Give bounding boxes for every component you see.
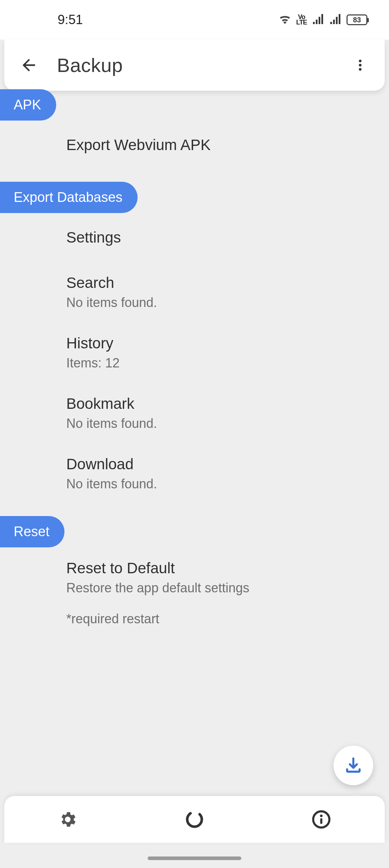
svg-point-1 (359, 64, 361, 66)
status-indicators: VoLTE 83 (279, 12, 367, 27)
item-subtitle: No items found. (66, 295, 375, 310)
volte-icon: VoLTE (296, 14, 307, 26)
item-title: Search (66, 274, 375, 291)
item-settings[interactable]: Settings (0, 213, 389, 262)
more-vert-icon (353, 58, 367, 72)
back-button[interactable] (14, 51, 43, 80)
arrow-left-icon (19, 56, 38, 74)
item-title: Bookmark (66, 395, 375, 412)
chip-reset: Reset (0, 516, 64, 547)
signal-icon-1 (312, 12, 324, 27)
info-icon (312, 810, 331, 829)
section-reset: Reset Reset to Default Restore the app d… (0, 512, 389, 634)
content-area: APK Export Webvium APK Export Databases … (0, 91, 389, 706)
item-subtitle: Restore the app default settings (66, 580, 375, 596)
progress-circle-icon (185, 810, 204, 829)
wifi-icon (279, 12, 291, 27)
download-icon (344, 756, 363, 775)
overflow-menu-button[interactable] (346, 51, 375, 80)
svg-point-0 (359, 60, 361, 62)
page-title: Backup (57, 54, 123, 76)
item-title: History (66, 335, 375, 352)
item-title: Export Webvium APK (66, 136, 375, 154)
svg-point-3 (185, 810, 204, 829)
download-fab[interactable] (334, 746, 373, 785)
svg-rect-6 (320, 818, 322, 824)
status-bar: 9:51 VoLTE 83 (0, 0, 389, 40)
item-subtitle: Items: 12 (66, 356, 375, 371)
section-apk: APK Export Webvium APK (0, 91, 389, 169)
item-title: Reset to Default (66, 560, 375, 577)
svg-point-5 (320, 815, 322, 817)
item-download[interactable]: Download No items found. (0, 443, 389, 504)
item-export-apk[interactable]: Export Webvium APK (0, 121, 389, 169)
chip-export-databases: Export Databases (0, 182, 138, 213)
section-export-databases: Export Databases Settings Search No item… (0, 178, 389, 504)
nav-info-button[interactable] (300, 798, 343, 841)
bottom-nav (4, 796, 385, 843)
item-title: Settings (66, 229, 375, 246)
item-history[interactable]: History Items: 12 (0, 322, 389, 383)
item-reset-default[interactable]: Reset to Default Restore the app default… (0, 547, 389, 608)
app-bar: Backup (4, 40, 385, 91)
nav-progress-button[interactable] (173, 798, 216, 841)
reset-note: *required restart (0, 608, 389, 634)
nav-settings-button[interactable] (46, 798, 89, 841)
item-search[interactable]: Search No items found. (0, 262, 389, 322)
gesture-bar (148, 856, 241, 860)
item-subtitle: No items found. (66, 416, 375, 431)
item-bookmark[interactable]: Bookmark No items found. (0, 383, 389, 443)
item-title: Download (66, 456, 375, 473)
gear-icon (58, 810, 77, 829)
signal-icon-2 (329, 12, 341, 27)
battery-level: 83 (353, 16, 361, 24)
battery-icon: 83 (346, 14, 367, 25)
svg-point-2 (359, 68, 361, 71)
chip-apk: APK (0, 89, 56, 121)
item-subtitle: No items found. (66, 476, 375, 492)
status-time: 9:51 (58, 12, 83, 27)
